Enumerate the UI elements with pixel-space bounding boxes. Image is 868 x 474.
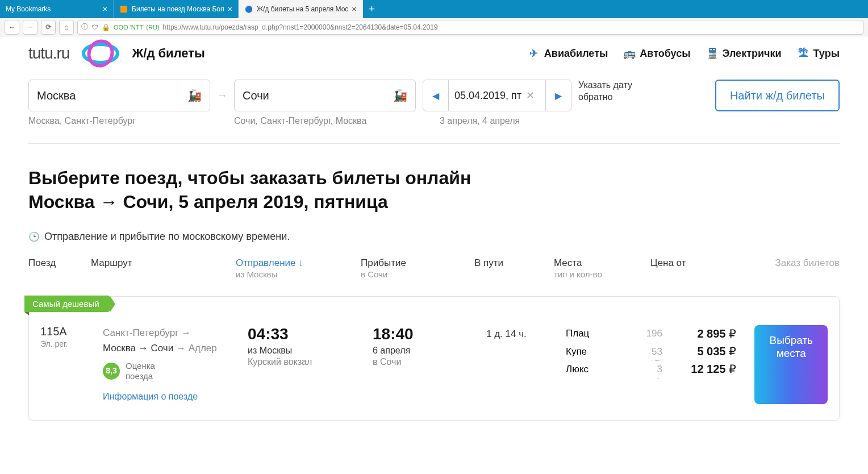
tab-label: Ж/д билеты на 5 апреля Мос	[257, 5, 348, 13]
clear-icon[interactable]: ✕	[526, 89, 535, 102]
suggestions-row: Москва, Санкт-Петербург Сочи, Санкт-Пете…	[28, 116, 840, 126]
browser-tab[interactable]: 🟧 Билеты на поезд Москва Бол ×	[114, 0, 239, 18]
date-suggestions[interactable]: 3 апреля, 4 апреля	[440, 116, 520, 126]
lock-icon: 🔒	[102, 23, 110, 31]
timezone-note: 🕒 Отправление и прибытие по московскому …	[28, 231, 840, 243]
price-col: 2 895 ₽ 5 035 ₽ 12 125 ₽	[662, 325, 736, 404]
seat-row[interactable]: Купе 53	[566, 343, 662, 361]
plane-icon: ✈	[527, 47, 541, 60]
to-input[interactable]: Сочи 🚂	[234, 80, 416, 111]
title-line1: Выберите поезд, чтобы заказать билеты он…	[28, 168, 471, 188]
col-departure[interactable]: Отправление ↓ из Москвы	[236, 257, 361, 280]
nav-elec[interactable]: 🚆 Электрички	[706, 47, 782, 60]
nav-avia[interactable]: ✈ Авиабилеты	[527, 47, 608, 60]
close-icon[interactable]: ×	[228, 5, 232, 14]
price-row: 2 895 ₽	[662, 325, 736, 343]
from-suggestions[interactable]: Москва, Санкт-Петербург	[28, 116, 210, 126]
route-after: → Адлер	[176, 343, 217, 354]
info-icon: ⓘ	[81, 22, 88, 32]
seat-type: Плац	[566, 325, 589, 343]
dep-sub: из Москвы	[248, 346, 373, 356]
arr-time: 18:40	[373, 325, 486, 343]
title-line2: Москва → Сочи, 5 апреля 2019, пятница	[28, 192, 388, 212]
logo-area: tutu.ru Ж/д билеты	[28, 39, 205, 68]
seat-type: Люкс	[566, 361, 589, 379]
col-train: Поезд	[28, 257, 91, 280]
arr-sub: в Сочи	[373, 357, 486, 367]
col-departure-label: Отправление ↓	[236, 257, 303, 268]
favicon-icon: 🟧	[119, 5, 128, 14]
rating-label: Оценкапоезда	[126, 361, 155, 381]
col-duration: В пути	[474, 257, 554, 280]
reload-button[interactable]: ⟳	[41, 20, 56, 35]
col-price: Цена от	[650, 257, 724, 280]
date-next-button[interactable]: ▶	[545, 80, 571, 111]
train-sub: Эл. рег.	[40, 339, 103, 348]
return-date-link[interactable]: Указать дату обратно	[578, 80, 641, 103]
top-nav: ✈ Авиабилеты 🚌 Автобусы 🚆 Электрички 🏝 Т…	[527, 47, 840, 60]
nav-tours[interactable]: 🏝 Туры	[796, 47, 840, 60]
find-tickets-button[interactable]: Найти ж/д билеты	[715, 80, 840, 111]
from-value: Москва	[37, 89, 76, 102]
train-id-col: 115А Эл. рег.	[40, 325, 103, 404]
price-row: 5 035 ₽	[662, 343, 736, 360]
timezone-text: Отправление и прибытие по московскому вр…	[44, 231, 290, 243]
browser-tab[interactable]: My Bookmarks ×	[0, 0, 114, 18]
col-seats-label: Места	[554, 257, 582, 268]
tabs-bar: My Bookmarks × 🟧 Билеты на поезд Москва …	[0, 0, 868, 18]
train-icon: 🚆	[706, 47, 719, 60]
col-arrival-sub: в Сочи	[361, 269, 387, 279]
nav-label: Туры	[813, 48, 840, 60]
route-active: Москва → Сочи	[103, 343, 173, 354]
logo-text[interactable]: tutu.ru	[28, 44, 69, 63]
url-bar[interactable]: ⓘ 🛡 🔒 OOO 'NTT' (RU) https://www.tutu.ru…	[77, 20, 863, 35]
rating[interactable]: 8,3 Оценкапоезда	[103, 361, 248, 381]
from-input[interactable]: Москва 🚂	[28, 80, 210, 111]
page-subtitle: Ж/д билеты	[132, 46, 205, 61]
train-icon: 🚂	[187, 89, 202, 102]
train-info-link[interactable]: Информация о поезде	[103, 389, 198, 404]
back-button[interactable]: ←	[5, 20, 19, 35]
date-picker: ◀ 05.04.2019, пт ✕ ▶	[423, 80, 571, 111]
seat-row[interactable]: Люкс 3	[566, 361, 662, 379]
action-col: Выбратьместа	[736, 325, 828, 404]
logo-icon	[81, 39, 120, 68]
route-col: Санкт-Петербург → Москва → Сочи → Адлер …	[103, 325, 248, 404]
close-icon[interactable]: ×	[103, 5, 107, 14]
forward-button[interactable]: →	[23, 20, 37, 35]
seat-row[interactable]: Плац 196	[566, 325, 662, 343]
seat-count: 53	[652, 343, 662, 361]
palm-icon: 🏝	[796, 47, 810, 60]
browser-chrome: My Bookmarks × 🟧 Билеты на поезд Москва …	[0, 0, 868, 36]
nav-bar: ← → ⟳ ⌂ ⓘ 🛡 🔒 OOO 'NTT' (RU) https://www…	[0, 18, 868, 36]
close-icon[interactable]: ×	[352, 5, 356, 14]
home-button[interactable]: ⌂	[59, 20, 74, 35]
cheapest-badge: Самый дешевый	[24, 296, 110, 312]
browser-tab-active[interactable]: 🔵 Ж/д билеты на 5 апреля Мос ×	[239, 0, 363, 18]
arrival-col: 18:40 6 апреля в Сочи	[373, 325, 486, 404]
col-arrival-label: Прибытие	[361, 257, 406, 268]
select-seats-button[interactable]: Выбратьместа	[754, 325, 828, 404]
seat-type: Купе	[566, 343, 587, 361]
shield-icon: 🛡	[91, 23, 98, 31]
nav-bus[interactable]: 🚌 Автобусы	[623, 47, 690, 60]
column-headers: Поезд Маршрут Отправление ↓ из Москвы Пр…	[28, 257, 840, 286]
url-text: https://www.tutu.ru/poezda/rasp_d.php?nn…	[163, 23, 438, 31]
tab-label: My Bookmarks	[6, 5, 99, 13]
new-tab-button[interactable]: +	[363, 0, 381, 18]
nav-label: Авиабилеты	[544, 48, 608, 60]
tab-label: Билеты на поезд Москва Бол	[132, 5, 224, 13]
arr-date: 6 апреля	[373, 346, 486, 356]
site-identity: OOO 'NTT' (RU)	[114, 24, 160, 31]
col-departure-sub: из Москвы	[236, 269, 277, 279]
price-row: 12 125 ₽	[662, 360, 736, 378]
date-input[interactable]: 05.04.2019, пт ✕	[449, 80, 545, 111]
to-suggestions[interactable]: Сочи, Санкт-Петербург, Москва	[234, 116, 427, 126]
page-title: Выберите поезд, чтобы заказать билеты он…	[28, 167, 840, 214]
duration-col: 1 д. 14 ч.	[486, 325, 566, 404]
nav-label: Автобусы	[640, 48, 690, 60]
date-prev-button[interactable]: ◀	[423, 80, 449, 111]
swap-button[interactable]: →	[217, 80, 227, 111]
favicon-icon: 🔵	[244, 5, 253, 14]
col-seats-sub: тип и кол-во	[554, 269, 602, 279]
